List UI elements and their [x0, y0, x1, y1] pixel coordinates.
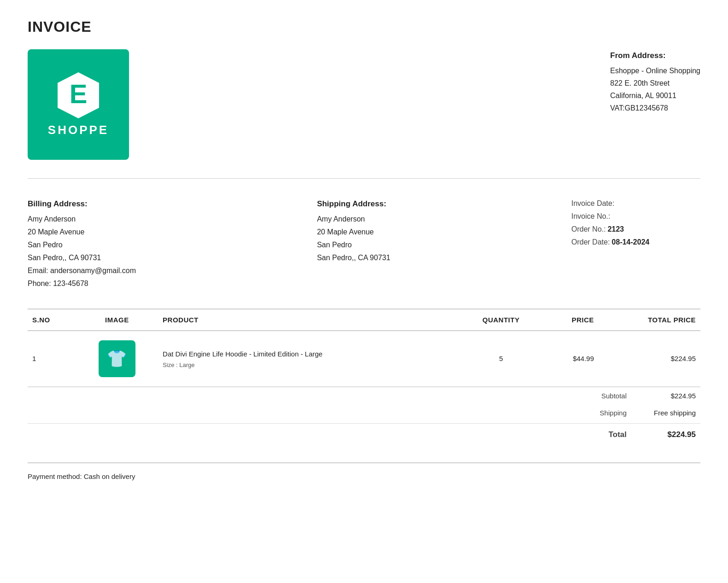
- billing-address-block: Billing Address: Amy Anderson 20 Maple A…: [28, 197, 136, 290]
- table-row: 1 👕 Dat Divi Engine Life Hoodie - Limite…: [28, 331, 700, 387]
- invoice-details-block: Invoice Date: Invoice No.: Order No.: 21…: [571, 197, 700, 290]
- subtotal-row: Subtotal $224.95: [28, 387, 700, 404]
- company-logo: E SHOPPe: [28, 49, 129, 160]
- hoodie-icon: 👕: [106, 349, 127, 368]
- product-name: Dat Divi Engine Life Hoodie - Limited Ed…: [163, 349, 455, 360]
- billing-phone: Phone: 123-45678: [28, 277, 136, 290]
- cell-sno: 1: [28, 331, 76, 387]
- col-sno: S.NO: [28, 309, 76, 331]
- totals-section: Subtotal $224.95 Shipping Free shipping …: [28, 387, 700, 444]
- billing-street: 20 Maple Avenue: [28, 226, 136, 239]
- brand-name: SHOPPe: [48, 123, 109, 137]
- subtotal-label: Subtotal: [581, 392, 627, 400]
- cell-total-price: $224.95: [599, 331, 700, 387]
- cell-price: $44.99: [542, 331, 599, 387]
- shipping-label: Shipping: [581, 409, 627, 417]
- col-price: PRICE: [542, 309, 599, 331]
- from-street: 822 E. 20th Street: [610, 77, 700, 89]
- svg-text:E: E: [70, 79, 88, 109]
- billing-city: San Pedro: [28, 239, 136, 251]
- cell-image: 👕: [76, 331, 158, 387]
- order-date-label: Order Date:: [571, 236, 610, 249]
- col-product: PRODUCT: [158, 309, 459, 331]
- invoice-date-label: Invoice Date:: [571, 197, 614, 210]
- order-date-value: 08-14-2024: [612, 236, 650, 249]
- col-total-price: TOTAL PRICE: [599, 309, 700, 331]
- shipping-address-block: Shipping Address: Amy Anderson 20 Maple …: [317, 197, 390, 290]
- payment-method-label: Payment method:: [28, 472, 82, 480]
- header-section: E SHOPPe From Address: Eshoppe - Online …: [28, 49, 700, 160]
- invoice-table: S.NO IMAGE PRODUCT QUANTITY PRICE TOTAL …: [28, 309, 700, 387]
- order-no-value: 2123: [608, 223, 624, 236]
- from-address-label: From Address:: [610, 49, 700, 63]
- cell-product: Dat Divi Engine Life Hoodie - Limited Ed…: [158, 331, 459, 387]
- shipping-value: Free shipping: [636, 409, 696, 417]
- from-address-block: From Address: Eshoppe - Online Shopping …: [610, 49, 700, 115]
- billing-name: Amy Anderson: [28, 213, 136, 226]
- shipping-city: San Pedro: [317, 239, 390, 251]
- shipping-street: 20 Maple Avenue: [317, 226, 390, 239]
- col-image: IMAGE: [76, 309, 158, 331]
- total-label: Total: [581, 430, 627, 439]
- total-row: Total $224.95: [28, 423, 700, 444]
- shipping-city-state-zip: San Pedro,, CA 90731: [317, 251, 390, 264]
- section-divider-1: [28, 178, 700, 179]
- billing-email: Email: andersonamy@gmail.com: [28, 264, 136, 277]
- payment-method-value: Cash on delivery: [84, 472, 135, 480]
- from-company: Eshoppe - Online Shopping: [610, 64, 700, 77]
- table-header-row: S.NO IMAGE PRODUCT QUANTITY PRICE TOTAL …: [28, 309, 700, 331]
- shipping-address-label: Shipping Address:: [317, 197, 390, 211]
- from-city: California, AL 90011: [610, 89, 700, 102]
- subtotal-value: $224.95: [636, 392, 696, 400]
- invoice-no-label: Invoice No.:: [571, 210, 610, 223]
- billing-address-label: Billing Address:: [28, 197, 136, 211]
- addresses-section: Billing Address: Amy Anderson 20 Maple A…: [28, 192, 700, 290]
- col-quantity: QUANTITY: [460, 309, 543, 331]
- shipping-row: Shipping Free shipping: [28, 404, 700, 421]
- from-vat: VAT:GB12345678: [610, 102, 700, 114]
- shipping-name: Amy Anderson: [317, 213, 390, 226]
- cell-quantity: 5: [460, 331, 543, 387]
- logo-hexagon: E: [55, 72, 101, 118]
- product-size: Size : Large: [163, 361, 455, 368]
- invoice-title: INVOICE: [28, 18, 700, 35]
- order-no-label: Order No.:: [571, 223, 606, 236]
- total-value: $224.95: [636, 430, 696, 439]
- payment-method-section: Payment method: Cash on delivery: [28, 462, 700, 480]
- product-image-box: 👕: [99, 340, 135, 377]
- billing-city-state-zip: San Pedro,, CA 90731: [28, 251, 136, 264]
